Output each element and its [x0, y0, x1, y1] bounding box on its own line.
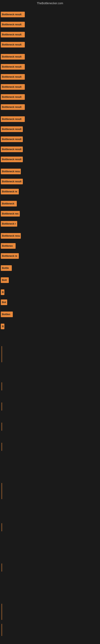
vertical-line-6: [1, 483, 2, 499]
vertical-line-5: [1, 443, 2, 451]
vertical-line-1: [1, 346, 2, 362]
bar-row: Bottleneck resu: [1, 233, 21, 239]
bottleneck-bar: Bottleneck re: [1, 253, 19, 259]
bottleneck-bar: Bottleneck result: [1, 156, 23, 162]
bar-row: Bottleneck r: [1, 221, 17, 226]
bottleneck-bar: Bottleneck re: [1, 189, 19, 194]
bottleneck-bar: Bottleneck result: [1, 32, 25, 38]
bottleneck-bar: Bottleneck result: [1, 12, 25, 17]
bar-row: Bottle: [1, 265, 12, 271]
bar-row: Bottleneck result: [1, 156, 23, 162]
bar-row: Bottleneck: [1, 201, 17, 206]
bottleneck-bar: Bot: [1, 300, 7, 305]
vertical-line-4: [1, 422, 2, 431]
bottleneck-bar: Bottleneck result: [1, 84, 25, 90]
bar-row: Bottleneck result: [1, 32, 25, 38]
bottleneck-bar: Bottleneck result: [1, 136, 23, 142]
bar-row: Bottleneck result: [1, 74, 25, 80]
bottleneck-bar: Bottleneck result: [1, 64, 25, 70]
bar-row: B: [1, 324, 4, 329]
bar-row: Bottleneck result: [1, 64, 25, 70]
bar-row: Bottleneck result: [1, 94, 25, 100]
bar-row: Bott: [1, 277, 9, 283]
bar-row: Bottleneck result: [1, 146, 23, 152]
bottleneck-bar: Bottle: [1, 265, 12, 271]
bottleneck-bar: Bottleneck result: [1, 42, 25, 48]
bottleneck-bar: Bottleneck result: [1, 126, 23, 132]
bottleneck-bar: Bottleneck result: [1, 146, 23, 152]
bottleneck-bar: B: [1, 290, 4, 295]
bar-row: Bottleneck result: [1, 116, 25, 122]
bottleneck-bar: Bottleneck result: [1, 104, 25, 110]
vertical-line-10: [1, 624, 2, 636]
vertical-line-7: [1, 523, 2, 531]
bottleneck-bar: Bottleneck result: [1, 116, 25, 122]
bar-row: Bottlen: [1, 312, 13, 317]
bar-row: Bottleneck result: [1, 179, 23, 184]
bottleneck-bar: Bott: [1, 277, 9, 283]
bar-row: Bottleneck result: [1, 54, 25, 60]
bottleneck-bar: Bottlen: [1, 312, 13, 317]
bottleneck-bar: Bottleneck: [1, 201, 17, 206]
bar-row: Bottleneck result: [1, 126, 23, 132]
bar-row: Bottleneck res: [1, 211, 20, 216]
bar-row: Bottleneck result: [1, 84, 25, 90]
bottleneck-bar: B: [1, 324, 4, 329]
bar-row: Bottleneck result: [1, 12, 25, 17]
vertical-line-2: [1, 382, 2, 390]
bottleneck-bar: Bottlenec: [1, 243, 16, 249]
bottleneck-bar: Bottleneck resu: [1, 169, 21, 174]
bar-row: Bottleneck re: [1, 189, 19, 194]
vertical-line-9: [1, 604, 2, 620]
bar-row: Bottleneck result: [1, 136, 23, 142]
bar-row: Bottleneck result: [1, 22, 25, 27]
bottleneck-bar: Bottleneck r: [1, 221, 17, 226]
bar-row: Bottleneck resu: [1, 169, 21, 174]
bar-row: Bottleneck result: [1, 104, 25, 110]
bar-row: Bottleneck re: [1, 253, 19, 259]
bottleneck-bar: Bottleneck result: [1, 94, 25, 100]
vertical-line-3: [1, 402, 2, 410]
bar-row: Bot: [1, 300, 7, 305]
bottleneck-bar: Bottleneck res: [1, 211, 20, 216]
bottleneck-bar: Bottleneck result: [1, 22, 25, 27]
bottleneck-bar: Bottleneck result: [1, 74, 25, 80]
bottleneck-bar: Bottleneck resu: [1, 233, 21, 239]
vertical-line-8: [1, 564, 2, 572]
bar-row: Bottleneck result: [1, 42, 25, 48]
site-title: TheBottlenecker.com: [0, 0, 100, 6]
bar-row: Bottlenec: [1, 243, 16, 249]
bar-row: B: [1, 290, 4, 295]
bottleneck-bar: Bottleneck result: [1, 54, 25, 60]
bars-container: Bottleneck resultBottleneck resultBottle…: [0, 6, 100, 338]
bottleneck-bar: Bottleneck result: [1, 179, 23, 184]
